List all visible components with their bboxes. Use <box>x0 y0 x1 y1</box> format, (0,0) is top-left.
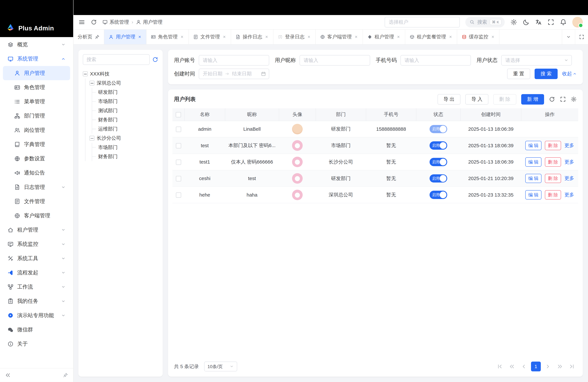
global-search-button[interactable]: 搜索 ⌘ K <box>465 17 505 27</box>
tab-item[interactable]: 文件管理 <box>189 30 231 44</box>
delete-row-button[interactable]: 删 除 <box>545 141 561 150</box>
next-page-button[interactable] <box>543 361 553 371</box>
tree-refresh-button[interactable] <box>152 57 158 63</box>
search-button[interactable]: 搜 索 <box>535 69 558 79</box>
last-page-button[interactable] <box>567 361 577 371</box>
select-all-checkbox[interactable] <box>176 112 181 117</box>
notifications-button[interactable] <box>560 19 567 25</box>
tenant-select-input[interactable] <box>385 17 460 27</box>
more-actions-link[interactable]: 更多 <box>564 142 574 149</box>
sidebar-item[interactable]: 概览 <box>3 38 70 52</box>
status-toggle[interactable]: 启用 <box>430 158 447 166</box>
edit-button[interactable]: 编 辑 <box>525 157 542 167</box>
more-actions-link[interactable]: 更多 <box>564 159 574 165</box>
delete-row-button[interactable]: 删 除 <box>545 157 561 167</box>
row-checkbox[interactable] <box>176 176 181 181</box>
sidebar-item[interactable]: 关于 <box>3 337 70 351</box>
collapse-box-icon[interactable] <box>83 71 88 76</box>
tree-search-input[interactable] <box>83 54 150 65</box>
edit-button[interactable]: 编 辑 <box>525 141 542 150</box>
status-toggle[interactable]: 启用 <box>430 125 447 133</box>
tab-item[interactable]: 分析页 <box>73 30 104 44</box>
sidebar-item[interactable]: 文件管理 <box>3 194 70 209</box>
sidebar-item[interactable]: 客户端管理 <box>3 209 70 223</box>
tab-item[interactable]: 用户管理 <box>104 30 147 44</box>
tree-node[interactable]: 深圳总公司 <box>89 78 158 87</box>
tree-node[interactable]: 运维部门 <box>96 125 158 134</box>
close-tab-icon[interactable] <box>222 35 226 39</box>
prev-page-button[interactable] <box>519 361 529 371</box>
breadcrumb-item[interactable]: 用户管理 <box>136 19 163 25</box>
more-actions-link[interactable]: 更多 <box>564 191 574 198</box>
tree-node[interactable]: 研发部门 <box>96 88 158 97</box>
row-checkbox[interactable] <box>176 160 181 165</box>
refresh-page-button[interactable] <box>91 19 97 25</box>
collapse-box-icon[interactable] <box>89 136 94 141</box>
tab-list-dropdown-button[interactable] <box>562 30 575 44</box>
close-tab-icon[interactable] <box>354 35 358 39</box>
fullscreen-button[interactable] <box>547 19 554 25</box>
settings-button[interactable] <box>510 19 517 25</box>
tab-item[interactable]: 角色管理 <box>147 30 189 44</box>
collapse-filters-link[interactable]: 收起 <box>562 70 577 77</box>
add-button[interactable]: 新 增 <box>521 94 544 105</box>
sidebar-item[interactable]: 系统管理 <box>3 52 70 66</box>
account-input[interactable] <box>199 55 269 65</box>
jump-forward-button[interactable] <box>555 361 565 371</box>
sidebar-item[interactable]: 部门管理 <box>3 109 70 123</box>
sidebar-item[interactable]: 流程发起 <box>3 266 70 280</box>
row-checkbox[interactable] <box>176 127 181 132</box>
sidebar-pin-button[interactable] <box>63 373 68 378</box>
close-tab-icon[interactable] <box>138 35 142 39</box>
user-avatar[interactable] <box>572 17 583 27</box>
pin-icon[interactable] <box>95 35 100 39</box>
sidebar-item[interactable]: 系统工具 <box>3 251 70 266</box>
sidebar-item[interactable]: 微信群 <box>3 322 70 337</box>
sidebar-item[interactable]: 用户管理 <box>3 66 70 80</box>
page-size-select[interactable]: 10条/页 <box>204 361 237 371</box>
export-button[interactable]: 导 出 <box>438 94 461 105</box>
table-settings-button[interactable] <box>571 96 577 102</box>
tree-node[interactable]: 财务部门 <box>96 152 158 161</box>
tree-node[interactable]: 财务部门 <box>96 115 158 124</box>
sidebar-item[interactable]: 参数设置 <box>3 151 70 166</box>
sidebar-item[interactable]: 租户管理 <box>3 223 70 237</box>
nickname-input[interactable] <box>299 55 370 65</box>
table-fullscreen-button[interactable] <box>560 96 566 102</box>
breadcrumb-item[interactable]: 系统管理 <box>103 19 129 25</box>
delete-row-button[interactable]: 删 除 <box>545 174 561 183</box>
tab-item[interactable]: 租户管理 <box>363 30 405 44</box>
content-fullscreen-button[interactable] <box>575 30 588 44</box>
status-toggle[interactable]: 启用 <box>430 191 447 199</box>
status-select[interactable]: 请选择 <box>501 55 572 65</box>
delete-row-button[interactable]: 删 除 <box>545 190 561 199</box>
close-tab-icon[interactable] <box>449 35 452 39</box>
jump-back-button[interactable] <box>507 361 517 371</box>
tree-node[interactable]: 市场部门 <box>96 97 158 106</box>
close-tab-icon[interactable] <box>307 35 311 39</box>
sidebar-item[interactable]: 日志管理 <box>3 180 70 194</box>
language-button[interactable] <box>535 19 542 25</box>
date-range-picker[interactable]: 开始日期 结束日期 <box>199 69 269 79</box>
close-tab-icon[interactable] <box>491 35 495 39</box>
sidebar-item[interactable]: 岗位管理 <box>3 123 70 137</box>
row-checkbox[interactable] <box>176 143 181 148</box>
sidebar-item[interactable]: 系统监控 <box>3 237 70 251</box>
first-page-button[interactable] <box>495 361 505 371</box>
delete-button[interactable]: 删 除 <box>493 94 516 105</box>
reset-button[interactable]: 重 置 <box>507 69 530 79</box>
more-actions-link[interactable]: 更多 <box>564 175 574 182</box>
status-toggle[interactable]: 启用 <box>430 141 447 150</box>
tab-item[interactable]: 操作日志 <box>231 30 273 44</box>
tab-item[interactable]: 客户端管理 <box>316 30 363 44</box>
tab-item[interactable]: 登录日志 <box>273 30 316 44</box>
sidebar-item[interactable]: 字典管理 <box>3 137 70 151</box>
page-number-button[interactable]: 1 <box>531 361 541 371</box>
sidebar-item[interactable]: 我的任务 <box>3 294 70 308</box>
tree-node[interactable]: 长沙分公司 <box>89 134 158 143</box>
close-tab-icon[interactable] <box>180 35 184 39</box>
status-toggle[interactable]: 启用 <box>430 174 447 183</box>
theme-toggle-button[interactable] <box>523 19 529 25</box>
sidebar-item[interactable]: 通知公告 <box>3 166 70 180</box>
menu-toggle-button[interactable] <box>78 19 85 25</box>
